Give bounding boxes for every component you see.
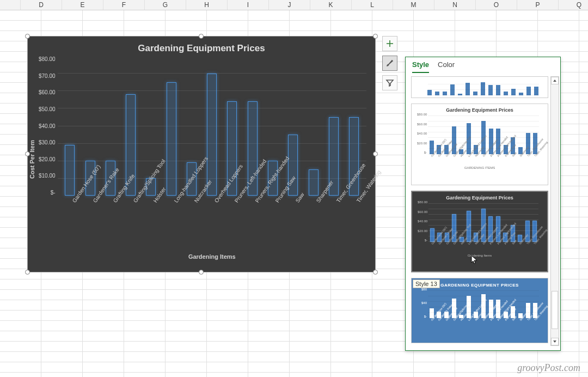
gallery-body: Gardening Equipment Prices $80.00$60.00$…	[406, 73, 560, 350]
bar[interactable]	[65, 145, 75, 196]
bar[interactable]	[309, 169, 318, 196]
col-header[interactable]: E	[62, 0, 103, 10]
chart-style-gallery: Style Color Gardening Equipment Prices $…	[405, 57, 561, 351]
y-axis-label[interactable]: Cost Per Item	[28, 56, 39, 263]
col-header[interactable]: G	[145, 0, 186, 10]
chart-filters-button[interactable]	[382, 75, 397, 90]
chevron-down-icon	[553, 339, 557, 344]
thumb-y-ticks: $80$40$-	[417, 288, 427, 318]
thumb-y-ticks: $80.00$60.00$40.00$20.00$-	[418, 200, 427, 242]
col-header[interactable]: M	[393, 0, 434, 10]
col-header[interactable]: D	[21, 0, 62, 10]
col-header[interactable]: N	[434, 0, 476, 10]
x-axis-label[interactable]: Gardening Items	[58, 253, 366, 260]
col-header[interactable]: H	[186, 0, 228, 10]
style-thumbnail[interactable]: Style 13 GARDENING EQUIPMENT PRICES $80$…	[411, 278, 548, 343]
chart-float-buttons	[382, 36, 397, 90]
col-header[interactable]: F	[103, 0, 145, 10]
col-header[interactable]: K	[310, 0, 352, 10]
thumb-title: Gardening Equipment Prices	[415, 195, 544, 200]
col-header[interactable]: J	[269, 0, 310, 10]
plot-area[interactable]: Garden Hose (50')Gardener's RakeGrafting…	[58, 56, 366, 263]
style-thumbnail-selected[interactable]: Gardening Equipment Prices $80.00$60.00$…	[411, 191, 548, 272]
resize-handle[interactable]	[373, 34, 378, 39]
brush-icon	[385, 59, 394, 68]
plus-icon	[385, 39, 394, 48]
chart-title[interactable]: Gardening Equipment Prices	[28, 37, 375, 56]
watermark: groovyPost.com	[517, 362, 580, 374]
tab-color[interactable]: Color	[438, 60, 455, 73]
scroll-thumb[interactable]	[552, 291, 558, 329]
bar[interactable]	[167, 82, 176, 196]
style-thumbnail[interactable]	[411, 76, 548, 98]
col-header[interactable]: Q	[559, 0, 588, 10]
bar[interactable]	[207, 74, 217, 196]
gallery-tabs: Style Color	[406, 57, 560, 73]
col-header[interactable]: L	[352, 0, 393, 10]
embedded-chart[interactable]: Gardening Equipment Prices Cost Per Item…	[27, 36, 376, 272]
thumb-x-label: Gardening Items	[415, 254, 544, 257]
resize-handle[interactable]	[373, 151, 378, 156]
bar-series[interactable]	[58, 56, 366, 196]
resize-handle[interactable]	[373, 270, 378, 275]
style-thumbnail[interactable]: Gardening Equipment Prices $80.00$60.00$…	[411, 104, 548, 185]
thumb-x-label: GARDENING ITEMS	[415, 166, 544, 169]
resize-handle[interactable]	[25, 34, 30, 39]
col-header[interactable]: I	[228, 0, 269, 10]
tab-style[interactable]: Style	[412, 60, 429, 73]
chevron-up-icon	[553, 78, 557, 83]
column-headers: D E F G H I J K L M N O P Q	[0, 0, 588, 10]
chart-styles-button[interactable]	[382, 56, 397, 71]
scroll-up-button[interactable]	[551, 77, 559, 84]
funnel-icon	[385, 78, 394, 87]
style-tooltip: Style 13	[413, 279, 440, 288]
gallery-scrollbar[interactable]	[550, 76, 559, 346]
resize-handle[interactable]	[25, 270, 30, 275]
thumb-y-ticks: $80.00$60.00$40.00$20.00$-	[417, 113, 427, 154]
resize-handle[interactable]	[199, 270, 204, 275]
col-header[interactable]: O	[476, 0, 517, 10]
scroll-down-button[interactable]	[551, 338, 559, 345]
col-header[interactable]	[0, 0, 21, 10]
thumb-title: Gardening Equipment Prices	[415, 107, 544, 113]
y-axis-ticks: $80.00 $70.00 $60.00 $50.00 $40.00 $30.0…	[39, 56, 58, 263]
resize-handle[interactable]	[199, 34, 204, 39]
chart-elements-button[interactable]	[382, 36, 397, 51]
col-header[interactable]: P	[517, 0, 559, 10]
